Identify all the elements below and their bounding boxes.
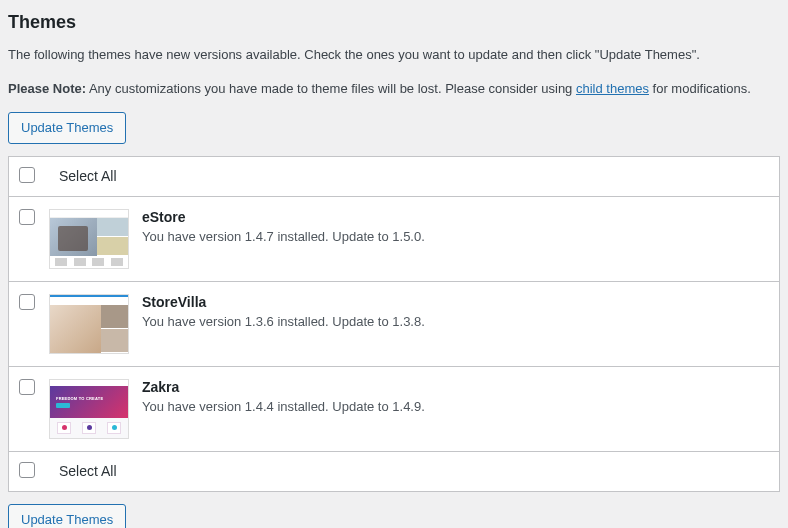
theme-thumbnail-estore [49,209,129,269]
select-all-checkbox-top[interactable] [19,167,35,183]
child-themes-link[interactable]: child themes [576,81,649,96]
theme-name: Zakra [142,379,769,395]
theme-row: FREEDOM TO CREATE Zakra You have version… [9,367,779,452]
theme-name: StoreVilla [142,294,769,310]
theme-status: You have version 1.3.6 installed. Update… [142,314,769,329]
theme-row: StoreVilla You have version 1.3.6 instal… [9,282,779,367]
select-all-label-bottom[interactable]: Select All [49,463,117,479]
update-themes-button-top[interactable]: Update Themes [8,112,126,144]
themes-table: Select All eStore You have version 1.4.7… [8,156,780,492]
theme-checkbox-storevilla[interactable] [19,294,35,310]
note-suffix: for modifications. [649,81,751,96]
theme-thumbnail-storevilla [49,294,129,354]
section-note: Please Note: Any customizations you have… [8,79,780,99]
select-all-checkbox-bottom[interactable] [19,462,35,478]
table-footer-row: Select All [9,452,779,492]
note-text: Any customizations you have made to them… [86,81,576,96]
table-header-row: Select All [9,157,779,197]
select-all-label-top[interactable]: Select All [49,168,117,184]
note-prefix: Please Note: [8,81,86,96]
theme-thumbnail-zakra: FREEDOM TO CREATE [49,379,129,439]
theme-status: You have version 1.4.4 installed. Update… [142,399,769,414]
section-description: The following themes have new versions a… [8,45,780,65]
theme-name: eStore [142,209,769,225]
theme-row: eStore You have version 1.4.7 installed.… [9,197,779,282]
update-themes-button-bottom[interactable]: Update Themes [8,504,126,529]
theme-checkbox-zakra[interactable] [19,379,35,395]
section-heading: Themes [8,8,780,33]
theme-status: You have version 1.4.7 installed. Update… [142,229,769,244]
theme-checkbox-estore[interactable] [19,209,35,225]
